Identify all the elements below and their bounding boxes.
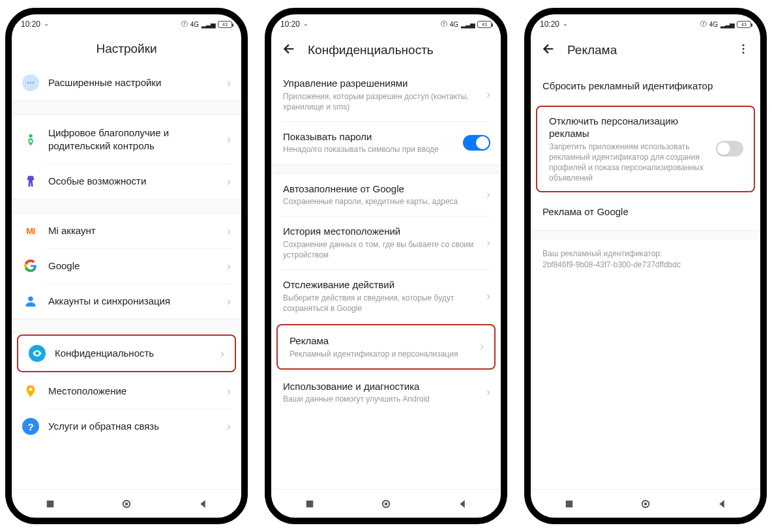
section-divider <box>12 199 241 213</box>
nav-recent-icon[interactable] <box>563 498 575 510</box>
svg-point-13 <box>743 52 745 53</box>
label: Конфиденциальность <box>55 347 211 360</box>
chevron-right-icon: › <box>486 188 490 201</box>
svg-point-4 <box>29 388 33 391</box>
ads-list: Сбросить рекламный идентификатор Отключи… <box>531 68 760 489</box>
section-divider <box>271 164 501 173</box>
nav-home-icon[interactable] <box>121 498 132 510</box>
status-net: 4G <box>190 21 199 28</box>
toggle-show-passwords[interactable] <box>463 135 490 151</box>
row-ads[interactable]: Реклама Рекламный идентификатор и персон… <box>276 324 496 370</box>
r-icon: ⓡ <box>441 20 447 29</box>
row-opt-out-personalization[interactable]: Отключить персонализацию рекламы Запрети… <box>536 106 755 193</box>
signal-icon: ▂▃▅ <box>461 21 475 28</box>
phone-settings: 10:20 ·· ⓡ 4G ▂▃▅ 43 Настройки ··· Расши… <box>5 8 248 524</box>
sub: Ненадолго показывать символы при вводе <box>283 144 454 155</box>
label: Отслеживание действий <box>283 278 477 291</box>
row-diagnostics[interactable]: Использование и диагностика Ваши данные … <box>271 371 501 414</box>
chevron-right-icon: › <box>227 385 231 398</box>
more-button[interactable] <box>737 42 750 58</box>
row-wellbeing[interactable]: Цифровое благополучие и родительский кон… <box>12 115 241 164</box>
label: Реклама от Google <box>542 205 750 218</box>
row-google-ads[interactable]: Реклама от Google <box>531 194 760 230</box>
header: Реклама <box>531 33 760 68</box>
row-advanced[interactable]: ··· Расширенные настройки › <box>12 65 241 100</box>
svg-point-10 <box>385 502 388 505</box>
chevron-right-icon: › <box>220 347 224 361</box>
status-dots: ·· <box>304 19 306 29</box>
accessibility-icon <box>22 173 39 190</box>
chevron-right-icon: › <box>227 295 231 308</box>
nav-recent-icon[interactable] <box>304 498 316 510</box>
label: Услуги и обратная связь <box>48 420 218 433</box>
phone-privacy: 10:20 ·· ⓡ 4G ▂▃▅ 43 Конфиденциальность … <box>265 8 507 524</box>
status-dots: ·· <box>563 19 566 29</box>
row-activity-tracking[interactable]: Отслеживание действий Выберите действия … <box>271 269 501 323</box>
chevron-right-icon: › <box>227 259 231 273</box>
nav-recent-icon[interactable] <box>44 498 56 510</box>
row-location-history[interactable]: История местоположений Сохранение данных… <box>271 216 501 269</box>
row-autofill[interactable]: Автозаполнение от Google Сохраненные пар… <box>271 173 501 216</box>
header: Конфиденциальность <box>271 33 501 68</box>
nav-home-icon[interactable] <box>640 498 651 510</box>
row-reset-ad-id[interactable]: Сбросить рекламный идентификатор <box>531 68 760 104</box>
page-title: Реклама <box>567 43 617 57</box>
advanced-icon: ··· <box>22 74 39 91</box>
signal-icon: ▂▃▅ <box>720 21 734 28</box>
battery-icon: 43 <box>737 21 751 28</box>
nav-bar <box>531 489 760 518</box>
back-button[interactable] <box>541 42 556 59</box>
status-time: 10:20 <box>21 20 40 29</box>
battery-icon: 43 <box>218 21 232 28</box>
row-privacy[interactable]: Конфиденциальность › <box>17 334 236 372</box>
account-icon <box>22 293 39 310</box>
mi-icon: MI <box>22 222 39 239</box>
section-divider <box>531 230 760 239</box>
nav-back-icon[interactable] <box>456 498 468 510</box>
svg-point-2 <box>28 297 33 301</box>
row-accounts-sync[interactable]: Аккаунты и синхронизация › <box>12 284 241 319</box>
page-title: Настройки <box>96 42 156 56</box>
label: Сбросить рекламный идентификатор <box>542 80 750 93</box>
chevron-right-icon: › <box>227 175 231 188</box>
chevron-right-icon: › <box>227 76 231 90</box>
sub: Запретить приложениям использовать рекла… <box>549 141 707 184</box>
back-button[interactable] <box>282 42 296 59</box>
google-icon <box>22 258 39 274</box>
nav-home-icon[interactable] <box>380 498 392 510</box>
location-icon <box>22 383 39 400</box>
svg-point-11 <box>743 44 745 46</box>
toggle-opt-out[interactable] <box>716 141 743 156</box>
nav-back-icon[interactable] <box>716 498 728 510</box>
svg-point-0 <box>29 134 33 138</box>
chevron-right-icon: › <box>486 385 490 399</box>
status-bar: 10:20 ·· ⓡ 4G ▂▃▅ 43 <box>271 16 501 33</box>
chevron-right-icon: › <box>486 87 490 101</box>
r-icon: ⓡ <box>181 20 188 29</box>
svg-rect-8 <box>306 500 313 507</box>
label: Mi аккаунт <box>48 224 218 237</box>
nav-bar <box>271 489 501 518</box>
row-show-passwords[interactable]: Показывать пароли Ненадолго показывать с… <box>271 121 501 164</box>
label: История местоположений <box>283 225 477 238</box>
status-bar: 10:20 ·· ⓡ 4G ▂▃▅ 43 <box>531 16 760 33</box>
label: Цифровое благополучие и родительский кон… <box>48 126 218 152</box>
label: Местоположение <box>48 385 218 398</box>
wellbeing-icon <box>22 131 39 148</box>
label: Аккаунты и синхронизация <box>48 295 218 308</box>
row-support[interactable]: ? Услуги и обратная связь › <box>12 409 241 444</box>
row-google[interactable]: Google › <box>12 248 241 284</box>
row-permissions[interactable]: Управление разрешениями Приложения, кото… <box>271 68 501 121</box>
row-mi-account[interactable]: MI Mi аккаунт › <box>12 213 241 248</box>
chevron-right-icon: › <box>486 289 490 303</box>
nav-back-icon[interactable] <box>197 498 209 510</box>
section-divider <box>12 100 241 115</box>
svg-point-12 <box>743 48 745 50</box>
privacy-list: Управление разрешениями Приложения, кото… <box>271 68 501 489</box>
label: Особые возможности <box>48 175 218 188</box>
row-accessibility[interactable]: Особые возможности › <box>12 164 241 199</box>
label: Расширенные настройки <box>48 76 218 89</box>
svg-rect-14 <box>565 500 572 507</box>
row-location[interactable]: Местоположение › <box>12 374 241 409</box>
label: Google <box>48 259 218 273</box>
